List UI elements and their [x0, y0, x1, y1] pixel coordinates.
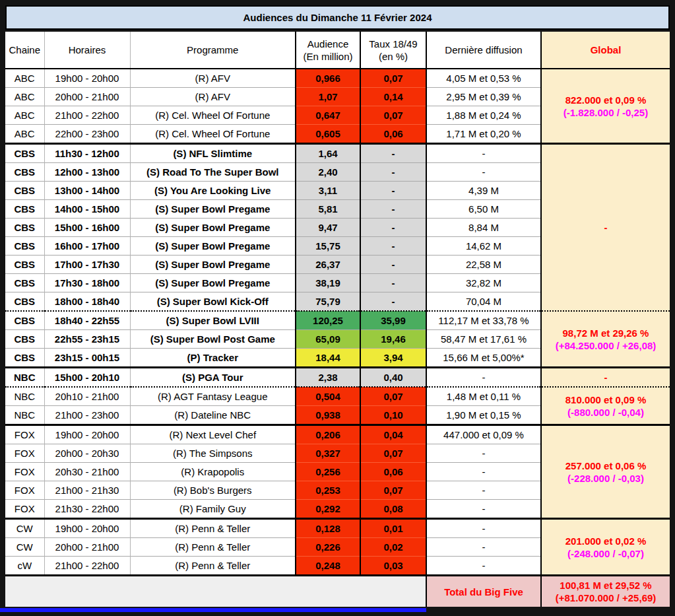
- time-cell: 14h00 - 15h00: [44, 200, 130, 219]
- programme-cell: (R) Krapopolis: [130, 463, 296, 481]
- programme-cell: (R) Bob's Burgers: [130, 481, 296, 500]
- bottom-blue-line: [0, 608, 426, 612]
- global-evolution: (-880.000 / -0,04): [543, 406, 668, 419]
- rating-18-49-cell: 0,07: [360, 106, 426, 125]
- programme-cell: (R) Penn & Teller: [130, 538, 296, 557]
- audience-cell: 18,44: [296, 349, 360, 368]
- last-broadcast-cell: 22,58 M: [426, 256, 541, 274]
- global-cell: 257.000 et 0,06 %(-228.000 / -0,03): [541, 425, 670, 519]
- programme-cell: (S) NFL Slimtime: [130, 144, 296, 163]
- col-header-audience-line1: Audience: [297, 38, 359, 50]
- channel-cell: CBS: [5, 237, 44, 256]
- channel-cell: FOX: [5, 425, 44, 444]
- col-header-audience: Audience (En million): [296, 32, 360, 69]
- time-cell: 19h00 - 20h00: [44, 519, 130, 538]
- channel-cell: ABC: [5, 106, 44, 125]
- audience-cell: 1,64: [296, 144, 360, 163]
- table-row: CBS18h40 - 22h55(S) Super Bowl LVIII120,…: [5, 311, 670, 330]
- col-header-derniere-diffusion: Dernière diffusion: [426, 32, 541, 69]
- rating-18-49-cell: -: [360, 256, 426, 274]
- programme-cell: (R) Cel. Wheel Of Fortune: [130, 106, 296, 125]
- last-broadcast-cell: 4,05 M et 0,53 %: [426, 69, 541, 88]
- last-broadcast-cell: 2,95 M et 0,39 %: [426, 88, 541, 106]
- rating-18-49-cell: 0,07: [360, 387, 426, 406]
- time-cell: 21h00 - 23h00: [44, 406, 130, 425]
- total-evolution: (+81.070.000 / +25,69): [542, 592, 669, 604]
- audience-cell: 0,647: [296, 106, 360, 125]
- rating-18-49-cell: -: [360, 219, 426, 237]
- audience-cell: 0,605: [296, 125, 360, 144]
- audience-cell: 15,75: [296, 237, 360, 256]
- programme-cell: (R) The Simpsons: [130, 444, 296, 463]
- total-empty-cell: [5, 576, 426, 607]
- time-cell: 20h00 - 21h00: [44, 88, 130, 106]
- last-broadcast-cell: 70,04 M: [426, 292, 541, 312]
- last-broadcast-cell: 1,48 M et 0,11 %: [426, 387, 541, 406]
- programme-cell: (S) Super Bowl Pregame: [130, 219, 296, 237]
- time-cell: 20h30 - 21h00: [44, 463, 130, 481]
- programme-cell: (S) Super Bowl Pregame: [130, 237, 296, 256]
- global-cell: -: [541, 368, 670, 388]
- time-cell: 19h00 - 20h00: [44, 425, 130, 444]
- last-broadcast-cell: 8,84 M: [426, 219, 541, 237]
- audience-cell: 75,79: [296, 292, 360, 312]
- time-cell: 21h00 - 21h30: [44, 481, 130, 500]
- last-broadcast-cell: -: [426, 538, 541, 557]
- last-broadcast-cell: -: [426, 144, 541, 163]
- audience-cell: 0,248: [296, 557, 360, 576]
- audience-cell: 26,37: [296, 256, 360, 274]
- global-value: 201.000 et 0,02 %: [543, 535, 668, 547]
- last-broadcast-cell: 1,71 M et 0,20 %: [426, 125, 541, 144]
- page-title: Audiences du Dimanche 11 Février 2024: [243, 12, 432, 23]
- rating-18-49-cell: -: [360, 144, 426, 163]
- audience-cell: 0,253: [296, 481, 360, 500]
- table-row: CW19h00 - 20h00(R) Penn & Teller0,1280,0…: [5, 519, 670, 538]
- time-cell: 21h00 - 22h00: [44, 106, 130, 125]
- channel-cell: CBS: [5, 182, 44, 200]
- rating-18-49-cell: 0,08: [360, 500, 426, 519]
- time-cell: 15h00 - 16h00: [44, 219, 130, 237]
- rating-18-49-cell: 3,94: [360, 349, 426, 368]
- channel-cell: ABC: [5, 125, 44, 144]
- last-broadcast-cell: -: [426, 368, 541, 388]
- global-cell: 201.000 et 0,02 %(-248.000 / -0,07): [541, 519, 670, 576]
- table-row: CBS11h30 - 12h00(S) NFL Slimtime1,64---: [5, 144, 670, 163]
- total-value: 100,81 M et 29,52 %: [542, 579, 669, 592]
- programme-cell: (R) AGT Fantasy League: [130, 387, 296, 406]
- last-broadcast-cell: -: [426, 163, 541, 182]
- global-cell: 98,72 M et 29,26 %(+84.250.000 / +26,08): [541, 311, 670, 368]
- rating-18-49-cell: -: [360, 200, 426, 219]
- audience-cell: 9,47: [296, 219, 360, 237]
- rating-18-49-cell: 0,03: [360, 557, 426, 576]
- channel-cell: cW: [5, 557, 44, 576]
- programme-cell: (S) PGA Tour: [130, 368, 296, 388]
- audience-cell: 3,11: [296, 182, 360, 200]
- channel-cell: CBS: [5, 349, 44, 368]
- programme-cell: (S) Super Bowl Kick-Off: [130, 292, 296, 312]
- time-cell: 16h00 - 17h00: [44, 237, 130, 256]
- programme-cell: (R) AFV: [130, 88, 296, 106]
- last-broadcast-cell: 15,66 M et 5,00%*: [426, 349, 541, 368]
- global-evolution: (-248.000 / -0,07): [543, 547, 668, 560]
- global-value: -: [543, 221, 668, 234]
- programme-cell: (R) Dateline NBC: [130, 406, 296, 425]
- channel-cell: CBS: [5, 219, 44, 237]
- rating-18-49-cell: 0,10: [360, 406, 426, 425]
- audience-cell: 0,938: [296, 406, 360, 425]
- programme-cell: (R) Family Guy: [130, 500, 296, 519]
- audience-cell: 0,327: [296, 444, 360, 463]
- audience-cell: 1,07: [296, 88, 360, 106]
- channel-cell: CBS: [5, 292, 44, 312]
- rating-18-49-cell: 0,02: [360, 538, 426, 557]
- channel-cell: FOX: [5, 444, 44, 463]
- rating-18-49-cell: 19,46: [360, 330, 426, 349]
- audience-cell: 5,81: [296, 200, 360, 219]
- time-cell: 22h55 - 23h15: [44, 330, 130, 349]
- global-evolution: (-228.000 / -0,03): [543, 472, 668, 485]
- time-cell: 17h00 - 17h30: [44, 256, 130, 274]
- audience-table: Chaine Horaires Programme Audience (En m…: [5, 32, 670, 607]
- audience-cell: 0,504: [296, 387, 360, 406]
- col-header-taux: Taux 18/49 (en %): [360, 32, 426, 69]
- last-broadcast-cell: -: [426, 500, 541, 519]
- rating-18-49-cell: -: [360, 163, 426, 182]
